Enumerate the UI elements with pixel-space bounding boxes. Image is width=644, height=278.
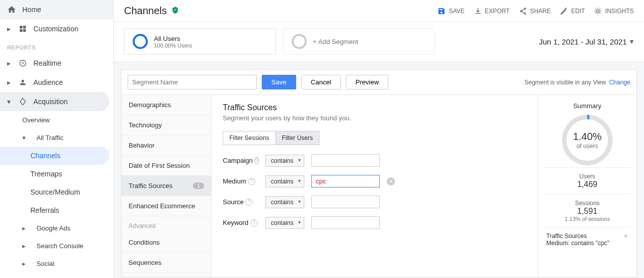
chevron-down-icon: ▾ (630, 37, 634, 46)
reports-section-label: REPORTS (0, 38, 113, 54)
cat-label: Date of First Session (129, 162, 190, 169)
field-label: Campaign (223, 157, 253, 164)
segment-name: All Users (154, 35, 192, 42)
export-button[interactable]: EXPORT (474, 7, 510, 15)
clock-icon (18, 59, 27, 68)
operator-dropdown[interactable]: contains (265, 175, 304, 188)
edit-label: EDIT (571, 8, 585, 15)
field-label: Keyword (223, 219, 249, 226)
save-label: SAVE (449, 8, 464, 15)
tab-filter-sessions[interactable]: Filter Sessions (223, 131, 276, 145)
date-range-text: Jun 1, 2021 - Jul 31, 2021 (539, 37, 627, 46)
nav-referrals-label: Referrals (30, 206, 59, 214)
nav-audience[interactable]: ▸ Audience (0, 73, 113, 92)
nav-all-traffic[interactable]: ▾All Traffic (0, 129, 113, 147)
form-subtitle: Segment your users by how they found you… (223, 114, 527, 122)
nav-search-console[interactable]: ▸Search Console (0, 237, 113, 255)
cat-advanced-label: Advanced (122, 216, 211, 233)
help-icon[interactable]: ? (255, 157, 259, 164)
keyword-input[interactable] (311, 216, 380, 229)
summary-users-label: Users (544, 173, 630, 180)
cat-badge: 1 (193, 182, 204, 189)
nav-campaigns[interactable]: ▸Campaigns (0, 272, 113, 278)
clear-icon[interactable]: ✕ (387, 177, 395, 186)
nav-realtime[interactable]: ▸ Realtime (0, 54, 113, 73)
save-icon (437, 7, 446, 15)
summary-filter-title: Traffic Sources (546, 233, 628, 240)
nav-acquisition[interactable]: ▾ Acquisition (0, 92, 109, 111)
cat-date-first-session[interactable]: Date of First Session (122, 156, 211, 176)
summary-percent-label: of users (573, 143, 602, 150)
cat-sequences[interactable]: Sequences (122, 253, 211, 273)
nav-customization-label: Customization (33, 25, 78, 33)
help-icon[interactable]: ? (246, 199, 253, 206)
segment-save-button[interactable]: Save (262, 75, 296, 89)
nav-treemaps-label: Treemaps (30, 170, 62, 178)
nav-referrals[interactable]: Referrals (0, 201, 113, 219)
insights-icon (594, 7, 602, 15)
nav-customization[interactable]: ▸ Customization (0, 19, 113, 38)
cat-demographics[interactable]: Demographics (122, 95, 211, 115)
svg-point-1 (524, 8, 526, 10)
nav-social[interactable]: ▸Social (0, 255, 113, 272)
nav-search-console-label: Search Console (36, 242, 84, 250)
cat-technology[interactable]: Technology (122, 115, 211, 135)
segment-cancel-button[interactable]: Cancel (301, 75, 341, 89)
operator-dropdown[interactable]: contains (265, 217, 304, 229)
operator-dropdown[interactable]: contains (265, 155, 304, 167)
help-icon[interactable]: ? (251, 219, 258, 226)
insights-button[interactable]: INSIGHTS (594, 7, 634, 15)
cat-traffic-sources[interactable]: Traffic Sources1 (122, 176, 211, 196)
verified-shield-icon (171, 6, 179, 16)
save-button[interactable]: SAVE (437, 7, 464, 15)
svg-point-2 (520, 10, 521, 12)
nav-home[interactable]: Home (0, 0, 113, 19)
share-button[interactable]: SHARE (519, 7, 551, 15)
nav-overview-label: Overview (22, 116, 50, 124)
segment-visibility-change-link[interactable]: Change (609, 79, 630, 86)
segment-all-users[interactable]: All Users 100.00% Users (124, 28, 276, 55)
field-campaign: Campaign? contains (223, 154, 527, 167)
edit-button[interactable]: EDIT (560, 7, 585, 15)
insights-label: INSIGHTS (605, 8, 634, 15)
chevron-down-icon: ▾ (22, 134, 27, 142)
cat-label: Demographics (129, 101, 171, 109)
operator-dropdown[interactable]: contains (265, 196, 304, 208)
nav-acquisition-label: Acquisition (33, 98, 68, 106)
cat-label: Traffic Sources (129, 182, 173, 190)
nav-social-label: Social (36, 260, 54, 267)
segment-sub: 100.00% Users (154, 42, 192, 49)
nav-realtime-label: Realtime (33, 59, 61, 67)
nav-google-ads[interactable]: ▸Google Ads (0, 219, 113, 237)
nav-channels[interactable]: Channels (0, 147, 109, 165)
summary-panel: Summary 1.40% of users Users 1,469 (538, 95, 636, 277)
medium-input[interactable] (311, 175, 380, 188)
summary-sessions-sub: 1.13% of sessions (544, 216, 630, 222)
cat-enhanced-ecommerce[interactable]: Enhanced Ecommerce (122, 196, 211, 216)
summary-percent: 1.40% (573, 131, 602, 143)
cat-behavior[interactable]: Behavior (122, 135, 211, 156)
nav-overview[interactable]: Overview (0, 111, 113, 129)
segment-bar: All Users 100.00% Users + Add Segment Ju… (114, 22, 644, 62)
segment-preview-button[interactable]: Preview (346, 75, 388, 89)
cat-conditions[interactable]: Conditions (122, 233, 211, 253)
segment-circle-icon (133, 34, 148, 49)
nav-source-medium[interactable]: Source/Medium (0, 183, 113, 201)
chevron-right-icon: ▸ (22, 224, 27, 232)
form-area: Traffic Sources Segment your users by ho… (212, 95, 538, 277)
tab-filter-users[interactable]: Filter Users (276, 131, 319, 145)
field-keyword: Keyword? contains (223, 216, 527, 229)
nav-treemaps[interactable]: Treemaps (0, 165, 113, 183)
campaign-input[interactable] (311, 154, 380, 167)
share-icon (519, 7, 527, 15)
source-input[interactable] (311, 196, 380, 208)
cat-label: Behavior (129, 142, 154, 149)
close-icon[interactable]: ✕ (623, 233, 628, 240)
add-segment-button[interactable]: + Add Segment (283, 28, 435, 55)
segment-name-input[interactable] (128, 75, 257, 89)
chevron-right-icon: ▸ (7, 78, 12, 86)
help-icon[interactable]: ? (248, 178, 255, 185)
date-range-picker[interactable]: Jun 1, 2021 - Jul 31, 2021 ▾ (539, 37, 634, 46)
export-label: EXPORT (485, 8, 510, 15)
category-list: Demographics Technology Behavior Date of… (122, 95, 212, 277)
